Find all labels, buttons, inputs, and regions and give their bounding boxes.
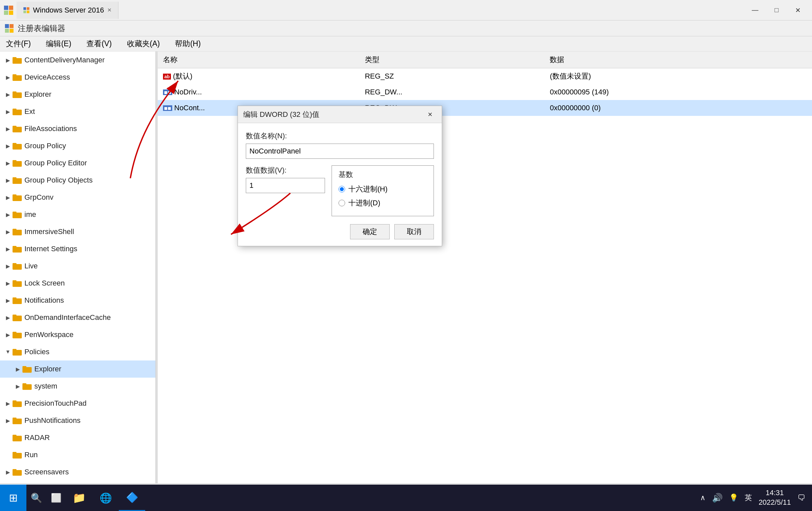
reg-name-cell: ◼◼NoDriv... — [158, 84, 360, 100]
tree-item[interactable]: ▶Group Policy — [0, 137, 155, 154]
maximize-button[interactable]: □ — [766, 0, 787, 21]
tree-item-label: ImmersiveShell — [24, 227, 74, 236]
tree-item[interactable]: ▶PushNotifications — [0, 412, 155, 429]
tree-expand-icon[interactable]: ▶ — [3, 296, 12, 305]
tree-item[interactable]: ▶Notifications — [0, 292, 155, 309]
tree-expand-icon[interactable]: ▶ — [13, 364, 23, 374]
tree-item[interactable]: ▶ImmersiveShell — [0, 223, 155, 240]
tree-item[interactable]: ▶Explorer — [0, 361, 155, 378]
tree-item[interactable]: ▶Live — [0, 257, 155, 275]
svg-rect-15 — [12, 74, 17, 76]
tree-expand-icon[interactable]: ▶ — [3, 124, 12, 133]
menu-file[interactable]: 文件(F) — [3, 37, 33, 50]
tree-item[interactable]: ▼Policies — [0, 343, 155, 361]
notification-icon[interactable]: 🗨 — [798, 493, 805, 503]
tray-expand[interactable]: ∧ — [700, 493, 705, 502]
tree-item[interactable]: ▶PenWorkspace — [0, 326, 155, 343]
dialog-close-button[interactable]: ✕ — [423, 108, 437, 121]
app-title: 注册表编辑器 — [18, 23, 65, 34]
menu-edit[interactable]: 编辑(E) — [43, 37, 74, 50]
tray-volume[interactable]: 💡 — [729, 493, 738, 502]
taskbar-sconfig[interactable]: 🔷 — [119, 485, 145, 511]
svg-rect-22 — [12, 144, 22, 149]
tree-item[interactable]: ▶Group Policy Objects — [0, 172, 155, 189]
tree-expand-icon[interactable]: ▶ — [3, 416, 12, 425]
taskbar-file-explorer[interactable]: 📁 — [66, 485, 92, 511]
search-button[interactable]: 🔍 — [26, 485, 46, 511]
task-view-button[interactable]: ⬜ — [46, 485, 66, 511]
tree-expand-icon[interactable]: ▶ — [13, 381, 23, 391]
minimize-button[interactable]: — — [744, 0, 766, 21]
value-data-label: 数值数据(V): — [246, 165, 325, 175]
ok-button[interactable]: 确定 — [350, 224, 390, 239]
svg-rect-10 — [5, 29, 9, 33]
table-row[interactable]: ab(默认)REG_SZ(数值未设置) — [158, 68, 812, 84]
tree-expand-icon[interactable]: ▶ — [3, 313, 12, 322]
tree-expand-icon[interactable]: ▶ — [3, 330, 12, 339]
menu-help[interactable]: 帮助(H) — [172, 37, 203, 50]
taskbar: ⊞ 🔍 ⬜ 📁 🌐 🔷 ∧ 🔊 💡 英 14:31 2022/5/11 🗨 — [0, 485, 812, 511]
tree-item[interactable]: ▶OnDemandInterfaceCache — [0, 309, 155, 326]
svg-rect-16 — [12, 92, 22, 98]
taskbar-clock[interactable]: 14:31 2022/5/11 — [758, 488, 791, 507]
tree-item[interactable]: ▶DeviceAccess — [0, 69, 155, 86]
menu-favorites[interactable]: 收藏夹(A) — [124, 37, 163, 50]
tree-item[interactable]: ▶system — [0, 378, 155, 395]
tree-expand-icon[interactable]: ▶ — [3, 176, 12, 185]
tree-expand-icon[interactable]: ▶ — [3, 55, 12, 65]
tray-network[interactable]: 🔊 — [712, 493, 723, 503]
tab-close-icon[interactable]: ✕ — [107, 7, 112, 13]
taskbar-ie[interactable]: 🌐 — [92, 485, 119, 511]
close-button[interactable]: ✕ — [787, 0, 809, 21]
tree-item[interactable]: RADAR — [0, 429, 155, 446]
tree-expand-icon[interactable]: ▶ — [3, 227, 12, 236]
tree-item[interactable]: ▶FileAssociations — [0, 120, 155, 137]
tree-item[interactable]: ▶ime — [0, 206, 155, 223]
start-button[interactable]: ⊞ — [0, 485, 26, 511]
tree-expand-icon[interactable]: ▶ — [3, 467, 12, 477]
tree-expand-icon[interactable] — [3, 433, 12, 442]
hex-radio[interactable] — [339, 186, 345, 193]
tree-expand-icon[interactable]: ▶ — [3, 210, 12, 219]
tree-expand-icon[interactable]: ▶ — [3, 90, 12, 99]
tree-expand-icon[interactable]: ▶ — [3, 107, 12, 116]
svg-rect-23 — [12, 143, 17, 145]
tree-expand-icon[interactable]: ▶ — [3, 399, 12, 408]
tree-item[interactable]: ▶Lock Screen — [0, 275, 155, 292]
svg-rect-4 — [23, 7, 26, 10]
menu-view[interactable]: 查看(V) — [84, 37, 115, 50]
tray-lang[interactable]: 英 — [745, 493, 752, 503]
tree-expand-icon[interactable]: ▶ — [3, 261, 12, 271]
folder-icon — [12, 262, 22, 270]
tree-item[interactable]: Run — [0, 446, 155, 463]
value-data-input[interactable] — [246, 178, 325, 193]
tree-expand-icon[interactable] — [3, 450, 12, 459]
tree-expand-icon[interactable]: ▶ — [3, 279, 12, 288]
svg-rect-35 — [12, 246, 17, 248]
tree-item-label: Internet Settings — [24, 245, 77, 253]
value-name-input[interactable] — [246, 144, 434, 159]
tree-expand-icon[interactable]: ▶ — [3, 73, 12, 82]
window-tab[interactable]: Windows Server 2016 ✕ — [17, 2, 118, 19]
tree-expand-icon[interactable]: ▶ — [3, 141, 12, 150]
tree-item[interactable]: ▶Internet Settings — [0, 240, 155, 257]
tree-item[interactable]: ▶Search — [0, 481, 155, 483]
tree-expand-icon[interactable]: ▶ — [3, 193, 12, 202]
value-name-label: 数值名称(N): — [246, 131, 434, 141]
tree-item[interactable]: ▶Ext — [0, 103, 155, 120]
tree-expand-icon[interactable]: ▶ — [3, 159, 12, 168]
cancel-button[interactable]: 取消 — [394, 224, 434, 239]
tree-item[interactable]: ▶Group Policy Editor — [0, 154, 155, 172]
dec-radio[interactable] — [339, 200, 345, 206]
tree-item[interactable]: ▶ContentDeliveryManager — [0, 52, 155, 69]
tree-item-label: Lock Screen — [24, 279, 65, 287]
tree-expand-icon[interactable]: ▶ — [3, 244, 12, 254]
dword-edit-dialog[interactable]: 编辑 DWORD (32 位)值 ✕ 数值名称(N): 数值数据(V): 基数 … — [237, 106, 442, 246]
tree-item[interactable]: ▶Explorer — [0, 86, 155, 103]
tree-expand-icon[interactable]: ▼ — [3, 347, 12, 357]
tree-item[interactable]: ▶Screensavers — [0, 463, 155, 481]
tree-item-label: Live — [24, 262, 38, 271]
tree-item[interactable]: ▶GrpConv — [0, 189, 155, 206]
table-row[interactable]: ◼◼NoDriv...REG_DW...0x00000095 (149) — [158, 84, 812, 100]
tree-item[interactable]: ▶PrecisionTouchPad — [0, 395, 155, 412]
